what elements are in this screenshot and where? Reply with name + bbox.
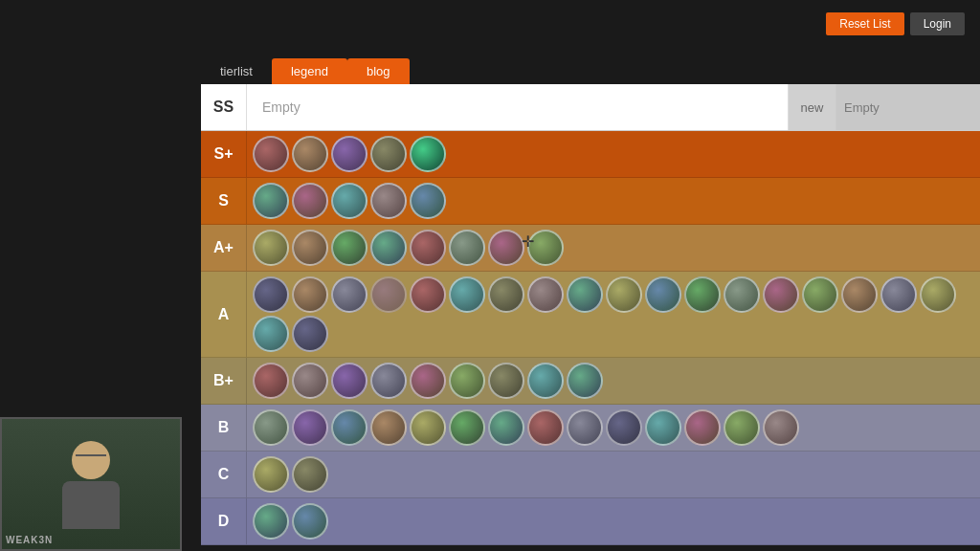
champ-icon[interactable] [410,363,446,399]
champ-icon[interactable] [331,136,368,172]
champ-icon[interactable] [527,276,564,313]
champ-icon[interactable] [292,183,328,219]
champ-icon[interactable] [684,409,721,446]
champ-icon[interactable] [802,276,838,313]
d-label: D [201,498,247,544]
champ-icon[interactable] [253,503,289,540]
c-content[interactable] [247,452,980,497]
a-label: A [201,272,247,357]
champ-icon[interactable] [449,363,485,399]
ss-new-empty: Empty [844,100,880,115]
champ-icon[interactable] [292,276,328,313]
champ-icon[interactable] [567,363,603,399]
d-content[interactable] [247,498,980,544]
champ-icon[interactable] [488,409,524,446]
ss-empty-text: Empty [255,96,308,119]
b-content[interactable] [247,405,980,451]
champ-icon[interactable] [331,230,368,266]
person-silhouette [62,441,120,527]
tier-row-bplus: B+ [201,358,980,405]
ss-tier-content[interactable]: Empty [247,84,789,130]
champ-icon[interactable] [370,230,407,266]
aplus-label: A+ [201,225,247,271]
champ-icon[interactable] [410,409,446,446]
champ-icon[interactable] [370,363,407,399]
champ-icon[interactable] [410,276,446,313]
champ-icon[interactable] [567,276,603,313]
champ-icon[interactable] [449,409,485,446]
champ-icon[interactable] [292,409,328,446]
tier-row-aplus: A+ [201,225,980,272]
ss-new-content[interactable]: Empty [836,84,980,130]
tier-row-splus: S+ [201,131,980,178]
champ-icon[interactable] [253,183,289,219]
champ-icon[interactable] [370,409,407,446]
champ-icon[interactable] [488,276,524,313]
champ-icon[interactable] [410,136,446,172]
tier-row-s: S [201,178,980,225]
champ-icon[interactable] [567,409,603,446]
tierlist-container: SS Empty new Empty S+ S [201,84,980,545]
champ-icon[interactable] [410,183,446,219]
champ-icon[interactable] [488,230,524,266]
champ-icon[interactable] [527,363,564,399]
header-buttons: Reset List Login [826,12,965,35]
champ-icon[interactable] [724,409,760,446]
champ-icon[interactable] [449,230,485,266]
champ-icon[interactable] [449,276,485,313]
champ-icon[interactable] [331,276,368,313]
champ-icon[interactable] [292,230,328,266]
reset-list-button[interactable]: Reset List [826,12,903,35]
champ-icon[interactable] [253,456,289,493]
champ-icon[interactable] [410,230,446,266]
champ-icon[interactable] [253,363,289,399]
champ-icon[interactable] [253,136,289,172]
champ-icon[interactable] [645,409,681,446]
login-button[interactable]: Login [910,12,965,35]
champ-icon[interactable] [331,183,368,219]
tier-row-a: A [201,272,980,358]
bplus-content[interactable] [247,358,980,404]
tier-row-c: C [201,452,980,498]
champ-icon[interactable] [253,316,289,352]
champ-icon[interactable] [370,136,407,172]
champ-icon[interactable] [606,409,642,446]
champ-icon[interactable] [253,230,289,266]
champ-icon[interactable] [253,409,289,446]
champ-icon[interactable] [841,276,878,313]
champ-icon[interactable] [253,276,289,313]
champ-icon[interactable] [920,276,956,313]
a-content[interactable] [247,272,980,357]
champ-icon[interactable] [292,316,328,352]
s-content[interactable] [247,178,980,224]
champ-icon[interactable] [331,363,368,399]
nav-legend[interactable]: legend [272,58,347,84]
nav-tierlist[interactable]: tierlist [201,58,272,84]
champ-icon[interactable] [880,276,917,313]
splus-content[interactable] [247,131,980,177]
ss-tier-label: SS [201,84,247,130]
champ-icon[interactable] [292,456,328,493]
champ-icon[interactable] [606,276,642,313]
champ-icon[interactable] [292,136,328,172]
champ-icon[interactable] [763,276,799,313]
champ-icon[interactable] [724,276,760,313]
c-label: C [201,452,247,497]
champ-icon[interactable] [488,363,524,399]
splus-label: S+ [201,131,247,177]
person-body [62,481,120,529]
aplus-content[interactable] [247,225,980,271]
champ-icon[interactable] [292,363,328,399]
nav-blog[interactable]: blog [347,58,410,84]
tier-row-ss: SS Empty new Empty [201,84,980,131]
champ-icon[interactable] [370,183,407,219]
champ-icon[interactable] [645,276,681,313]
champ-icon[interactable] [684,276,721,313]
champ-icon[interactable] [292,503,328,540]
champ-icon[interactable] [527,409,564,446]
champ-icon[interactable] [763,409,799,446]
champ-icon[interactable] [527,230,564,266]
ss-right: new Empty [789,84,980,130]
champ-icon[interactable] [331,409,368,446]
champ-icon[interactable] [370,276,407,313]
